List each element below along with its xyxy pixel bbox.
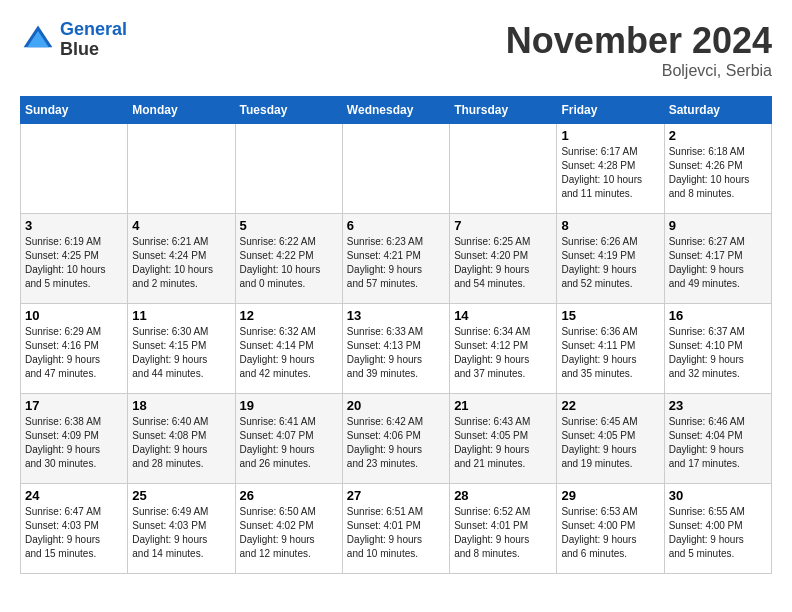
day-number: 12 — [240, 308, 338, 323]
calendar-table: SundayMondayTuesdayWednesdayThursdayFrid… — [20, 96, 772, 574]
day-info: Sunrise: 6:23 AM Sunset: 4:21 PM Dayligh… — [347, 235, 445, 291]
day-number: 22 — [561, 398, 659, 413]
day-number: 13 — [347, 308, 445, 323]
calendar-week-row: 3Sunrise: 6:19 AM Sunset: 4:25 PM Daylig… — [21, 214, 772, 304]
logo: General Blue — [20, 20, 127, 60]
calendar-cell: 24Sunrise: 6:47 AM Sunset: 4:03 PM Dayli… — [21, 484, 128, 574]
day-number: 16 — [669, 308, 767, 323]
calendar-cell — [21, 124, 128, 214]
calendar-cell — [450, 124, 557, 214]
weekday-header-row: SundayMondayTuesdayWednesdayThursdayFrid… — [21, 97, 772, 124]
calendar-week-row: 1Sunrise: 6:17 AM Sunset: 4:28 PM Daylig… — [21, 124, 772, 214]
title-block: November 2024 Boljevci, Serbia — [506, 20, 772, 80]
day-info: Sunrise: 6:27 AM Sunset: 4:17 PM Dayligh… — [669, 235, 767, 291]
day-number: 17 — [25, 398, 123, 413]
day-number: 11 — [132, 308, 230, 323]
page-header: General Blue November 2024 Boljevci, Ser… — [20, 20, 772, 80]
day-number: 8 — [561, 218, 659, 233]
day-info: Sunrise: 6:52 AM Sunset: 4:01 PM Dayligh… — [454, 505, 552, 561]
calendar-cell — [235, 124, 342, 214]
logo-text: General Blue — [60, 20, 127, 60]
day-info: Sunrise: 6:25 AM Sunset: 4:20 PM Dayligh… — [454, 235, 552, 291]
calendar-cell: 14Sunrise: 6:34 AM Sunset: 4:12 PM Dayli… — [450, 304, 557, 394]
calendar-cell: 4Sunrise: 6:21 AM Sunset: 4:24 PM Daylig… — [128, 214, 235, 304]
weekday-header: Sunday — [21, 97, 128, 124]
day-info: Sunrise: 6:37 AM Sunset: 4:10 PM Dayligh… — [669, 325, 767, 381]
calendar-cell: 11Sunrise: 6:30 AM Sunset: 4:15 PM Dayli… — [128, 304, 235, 394]
calendar-cell: 7Sunrise: 6:25 AM Sunset: 4:20 PM Daylig… — [450, 214, 557, 304]
logo-icon — [20, 22, 56, 58]
day-number: 23 — [669, 398, 767, 413]
location: Boljevci, Serbia — [506, 62, 772, 80]
day-number: 27 — [347, 488, 445, 503]
calendar-cell: 15Sunrise: 6:36 AM Sunset: 4:11 PM Dayli… — [557, 304, 664, 394]
calendar-cell: 19Sunrise: 6:41 AM Sunset: 4:07 PM Dayli… — [235, 394, 342, 484]
day-number: 18 — [132, 398, 230, 413]
day-number: 29 — [561, 488, 659, 503]
calendar-cell: 22Sunrise: 6:45 AM Sunset: 4:05 PM Dayli… — [557, 394, 664, 484]
calendar-cell: 2Sunrise: 6:18 AM Sunset: 4:26 PM Daylig… — [664, 124, 771, 214]
day-info: Sunrise: 6:32 AM Sunset: 4:14 PM Dayligh… — [240, 325, 338, 381]
day-info: Sunrise: 6:33 AM Sunset: 4:13 PM Dayligh… — [347, 325, 445, 381]
day-info: Sunrise: 6:19 AM Sunset: 4:25 PM Dayligh… — [25, 235, 123, 291]
calendar-cell: 28Sunrise: 6:52 AM Sunset: 4:01 PM Dayli… — [450, 484, 557, 574]
day-number: 10 — [25, 308, 123, 323]
calendar-cell: 5Sunrise: 6:22 AM Sunset: 4:22 PM Daylig… — [235, 214, 342, 304]
day-info: Sunrise: 6:22 AM Sunset: 4:22 PM Dayligh… — [240, 235, 338, 291]
day-number: 24 — [25, 488, 123, 503]
day-info: Sunrise: 6:30 AM Sunset: 4:15 PM Dayligh… — [132, 325, 230, 381]
day-info: Sunrise: 6:55 AM Sunset: 4:00 PM Dayligh… — [669, 505, 767, 561]
day-info: Sunrise: 6:46 AM Sunset: 4:04 PM Dayligh… — [669, 415, 767, 471]
calendar-cell — [342, 124, 449, 214]
day-info: Sunrise: 6:42 AM Sunset: 4:06 PM Dayligh… — [347, 415, 445, 471]
day-info: Sunrise: 6:36 AM Sunset: 4:11 PM Dayligh… — [561, 325, 659, 381]
day-number: 25 — [132, 488, 230, 503]
calendar-cell: 17Sunrise: 6:38 AM Sunset: 4:09 PM Dayli… — [21, 394, 128, 484]
calendar-cell: 13Sunrise: 6:33 AM Sunset: 4:13 PM Dayli… — [342, 304, 449, 394]
calendar-week-row: 10Sunrise: 6:29 AM Sunset: 4:16 PM Dayli… — [21, 304, 772, 394]
day-info: Sunrise: 6:34 AM Sunset: 4:12 PM Dayligh… — [454, 325, 552, 381]
weekday-header: Thursday — [450, 97, 557, 124]
day-number: 30 — [669, 488, 767, 503]
calendar-cell: 23Sunrise: 6:46 AM Sunset: 4:04 PM Dayli… — [664, 394, 771, 484]
day-info: Sunrise: 6:40 AM Sunset: 4:08 PM Dayligh… — [132, 415, 230, 471]
day-info: Sunrise: 6:38 AM Sunset: 4:09 PM Dayligh… — [25, 415, 123, 471]
calendar-cell: 25Sunrise: 6:49 AM Sunset: 4:03 PM Dayli… — [128, 484, 235, 574]
calendar-cell: 29Sunrise: 6:53 AM Sunset: 4:00 PM Dayli… — [557, 484, 664, 574]
day-number: 6 — [347, 218, 445, 233]
day-info: Sunrise: 6:18 AM Sunset: 4:26 PM Dayligh… — [669, 145, 767, 201]
day-number: 28 — [454, 488, 552, 503]
day-number: 7 — [454, 218, 552, 233]
day-info: Sunrise: 6:17 AM Sunset: 4:28 PM Dayligh… — [561, 145, 659, 201]
day-info: Sunrise: 6:51 AM Sunset: 4:01 PM Dayligh… — [347, 505, 445, 561]
calendar-cell: 26Sunrise: 6:50 AM Sunset: 4:02 PM Dayli… — [235, 484, 342, 574]
calendar-cell: 21Sunrise: 6:43 AM Sunset: 4:05 PM Dayli… — [450, 394, 557, 484]
day-info: Sunrise: 6:21 AM Sunset: 4:24 PM Dayligh… — [132, 235, 230, 291]
calendar-cell: 27Sunrise: 6:51 AM Sunset: 4:01 PM Dayli… — [342, 484, 449, 574]
day-info: Sunrise: 6:26 AM Sunset: 4:19 PM Dayligh… — [561, 235, 659, 291]
calendar-cell: 20Sunrise: 6:42 AM Sunset: 4:06 PM Dayli… — [342, 394, 449, 484]
day-info: Sunrise: 6:53 AM Sunset: 4:00 PM Dayligh… — [561, 505, 659, 561]
day-info: Sunrise: 6:50 AM Sunset: 4:02 PM Dayligh… — [240, 505, 338, 561]
weekday-header: Monday — [128, 97, 235, 124]
calendar-cell — [128, 124, 235, 214]
month-title: November 2024 — [506, 20, 772, 62]
day-number: 2 — [669, 128, 767, 143]
day-number: 4 — [132, 218, 230, 233]
calendar-cell: 12Sunrise: 6:32 AM Sunset: 4:14 PM Dayli… — [235, 304, 342, 394]
calendar-cell: 16Sunrise: 6:37 AM Sunset: 4:10 PM Dayli… — [664, 304, 771, 394]
day-number: 21 — [454, 398, 552, 413]
day-number: 3 — [25, 218, 123, 233]
calendar-cell: 10Sunrise: 6:29 AM Sunset: 4:16 PM Dayli… — [21, 304, 128, 394]
day-number: 26 — [240, 488, 338, 503]
day-number: 14 — [454, 308, 552, 323]
day-info: Sunrise: 6:29 AM Sunset: 4:16 PM Dayligh… — [25, 325, 123, 381]
day-number: 20 — [347, 398, 445, 413]
day-number: 15 — [561, 308, 659, 323]
calendar-cell: 9Sunrise: 6:27 AM Sunset: 4:17 PM Daylig… — [664, 214, 771, 304]
calendar-cell: 3Sunrise: 6:19 AM Sunset: 4:25 PM Daylig… — [21, 214, 128, 304]
calendar-cell: 6Sunrise: 6:23 AM Sunset: 4:21 PM Daylig… — [342, 214, 449, 304]
day-number: 1 — [561, 128, 659, 143]
calendar-cell: 1Sunrise: 6:17 AM Sunset: 4:28 PM Daylig… — [557, 124, 664, 214]
calendar-cell: 30Sunrise: 6:55 AM Sunset: 4:00 PM Dayli… — [664, 484, 771, 574]
